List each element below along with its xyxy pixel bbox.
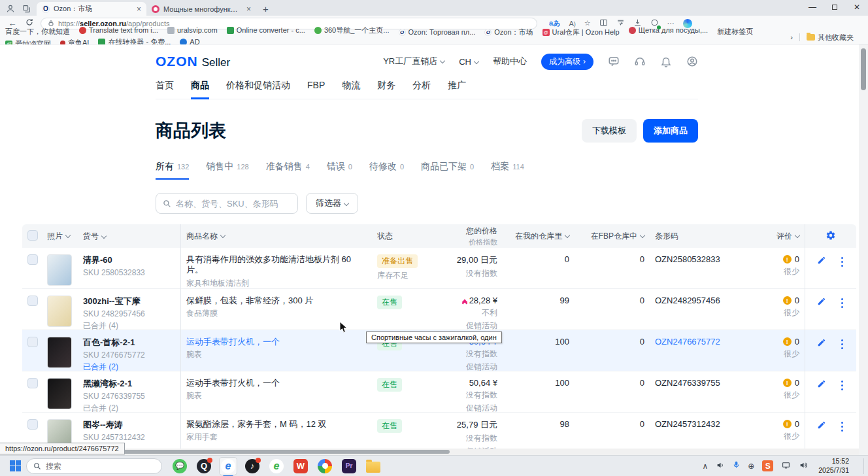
support-headset-icon[interactable] bbox=[634, 56, 646, 67]
add-product-button[interactable]: 添加商品 bbox=[643, 119, 698, 143]
product-search-input[interactable] bbox=[176, 199, 280, 209]
filter-tab[interactable]: 销售中128 bbox=[206, 161, 248, 180]
product-image[interactable] bbox=[47, 254, 72, 286]
filter-tab[interactable]: 错误0 bbox=[327, 161, 352, 180]
sogou-input-icon[interactable]: S bbox=[762, 460, 773, 471]
nav-tab-2[interactable]: 价格和促销活动 bbox=[226, 77, 290, 99]
product-image[interactable] bbox=[47, 378, 72, 409]
row-menu-button[interactable] bbox=[840, 420, 844, 433]
barcode[interactable]: OZN2476675772 bbox=[650, 330, 731, 373]
article-code[interactable]: 图岑--寿涛 bbox=[83, 419, 175, 431]
speaker-icon[interactable] bbox=[799, 460, 808, 472]
bookmark-item[interactable]: Online converter - c... bbox=[227, 26, 305, 34]
col-article[interactable]: 货号 bbox=[83, 231, 99, 242]
bookmark-item[interactable]: Translate text from i... bbox=[79, 26, 158, 34]
row-menu-button[interactable] bbox=[840, 379, 844, 392]
microphone-icon[interactable] bbox=[733, 460, 740, 472]
nav-tab-4[interactable]: 物流 bbox=[342, 77, 360, 99]
product-name[interactable]: 运动手表带打火机，一个 bbox=[186, 378, 367, 388]
row-checkbox[interactable] bbox=[27, 378, 38, 388]
edit-button[interactable] bbox=[817, 297, 826, 308]
edit-button[interactable] bbox=[817, 420, 826, 432]
taskbar-app-file-explorer-icon[interactable] bbox=[365, 458, 382, 475]
help-center-link[interactable]: 帮助中心 bbox=[493, 56, 527, 67]
edit-button[interactable] bbox=[817, 256, 826, 267]
bookmark-item[interactable]: 百度一下，你就知道 bbox=[5, 27, 70, 37]
screen-clip-icon[interactable]: ⊕ bbox=[748, 462, 754, 471]
select-all-checkbox[interactable] bbox=[27, 230, 38, 241]
article-code[interactable]: 清界-60 bbox=[83, 254, 175, 266]
nav-tab-7[interactable]: 推广 bbox=[448, 77, 466, 99]
notifications-bell-icon[interactable] bbox=[660, 56, 672, 67]
col-name[interactable]: 商品名称 bbox=[186, 231, 218, 241]
filter-tab[interactable]: 所有132 bbox=[156, 161, 189, 180]
article-code[interactable]: 300zhi--宝下摩 bbox=[83, 296, 175, 307]
article-code[interactable]: 百色-首标-2-1 bbox=[83, 337, 175, 348]
bookmark-item[interactable]: 360导航_一个主页... bbox=[314, 26, 390, 35]
table-row[interactable]: 清界-60SKU 2580532833具有消毒作用的强效多功能清洁地板片剂 60… bbox=[22, 248, 856, 289]
table-row[interactable]: 300zhi--宝下摩SKU 2482957456已合并 (4)保鲜膜，包装，非… bbox=[22, 289, 856, 330]
taskbar-search[interactable] bbox=[26, 458, 162, 474]
tab-close-icon[interactable]: × bbox=[245, 5, 252, 14]
table-settings-gear-icon[interactable] bbox=[826, 230, 836, 243]
col-my-warehouse[interactable]: 在我的仓库里 bbox=[515, 231, 562, 241]
browser-profile-icon[interactable] bbox=[5, 3, 16, 14]
nav-tab-6[interactable]: 分析 bbox=[412, 77, 431, 99]
filter-tab[interactable]: 准备销售4 bbox=[266, 161, 310, 180]
edit-button[interactable] bbox=[817, 379, 826, 390]
tab-close-icon[interactable]: × bbox=[135, 5, 142, 14]
product-image[interactable] bbox=[47, 337, 72, 368]
row-menu-button[interactable] bbox=[840, 297, 844, 309]
table-row[interactable]: 黑濑湾标-2-1SKU 2476339755已合并 (2)运动手表带打火机，一个… bbox=[22, 371, 856, 413]
ozon-seller-logo[interactable]: OZONSeller bbox=[156, 54, 230, 69]
row-menu-button[interactable] bbox=[840, 256, 844, 268]
window-close-icon[interactable]: ✕ bbox=[846, 0, 868, 14]
product-image[interactable] bbox=[47, 296, 72, 327]
download-template-button[interactable]: 下载模板 bbox=[582, 119, 637, 143]
product-name[interactable]: 运动手表带打火机，一个 bbox=[186, 337, 367, 347]
table-row[interactable]: 图岑--寿涛SKU 2457312432已合并 (3)聚氨酯涂层，家务手套，M … bbox=[22, 413, 856, 454]
show-desktop-divider[interactable] bbox=[863, 458, 864, 474]
taskbar-app-music-icon[interactable]: ♪ bbox=[244, 458, 261, 475]
nav-tab-3[interactable]: FBP bbox=[307, 77, 325, 99]
article-code[interactable]: 黑濑湾标-2-1 bbox=[83, 378, 175, 390]
chat-icon[interactable] bbox=[608, 56, 620, 67]
row-checkbox[interactable] bbox=[27, 419, 38, 430]
tray-expand-icon[interactable]: ∧ bbox=[702, 462, 708, 471]
store-selector[interactable]: YR工厂直销店 bbox=[383, 56, 444, 67]
search-box[interactable] bbox=[156, 193, 298, 214]
bookmark-item[interactable]: OOzon：市场 bbox=[484, 27, 533, 37]
product-name[interactable]: 保鲜膜，包装，非常经济，300 片 bbox=[186, 296, 367, 306]
bookmark-item[interactable]: OOzon: Торговая пл... bbox=[399, 28, 476, 36]
row-menu-button[interactable] bbox=[840, 338, 844, 350]
product-name[interactable]: 聚氨酯涂层，家务手套，M 码，12 双 bbox=[186, 419, 367, 430]
nav-tab-1[interactable]: 商品 bbox=[191, 77, 209, 99]
cast-display-icon[interactable] bbox=[781, 460, 791, 472]
row-checkbox[interactable] bbox=[27, 296, 38, 306]
account-icon[interactable] bbox=[686, 56, 698, 67]
bookmark-item[interactable]: uralsvip.com bbox=[167, 26, 218, 34]
col-photo[interactable]: 照片 bbox=[47, 231, 63, 241]
nav-tab-5[interactable]: 财务 bbox=[377, 77, 395, 99]
product-name[interactable]: 具有消毒作用的强效多功能清洁地板片剂 60 片。 bbox=[186, 254, 367, 276]
horizontal-scrollbar[interactable] bbox=[0, 449, 859, 455]
other-bookmarks-folder[interactable]: 其他收藏夹 bbox=[807, 33, 854, 42]
filters-button[interactable]: 筛选器 bbox=[306, 193, 358, 214]
row-checkbox[interactable] bbox=[27, 337, 38, 347]
browser-tab[interactable]: OOzon：市场× bbox=[37, 2, 146, 16]
filter-tab[interactable]: 商品已下架0 bbox=[421, 161, 474, 180]
browser-tab[interactable]: Мощные многофункциональнь× bbox=[146, 2, 256, 16]
taskbar-app-qq-icon[interactable]: Q bbox=[195, 458, 212, 475]
col-fbp-warehouse[interactable]: 在FBP仓库中 bbox=[591, 231, 637, 241]
bookmarks-overflow-icon[interactable]: › bbox=[790, 33, 793, 41]
vertical-scrollbar[interactable] bbox=[859, 44, 868, 455]
col-rating[interactable]: 评价 bbox=[776, 231, 792, 241]
taskbar-app-ie-browser-icon[interactable]: e bbox=[268, 458, 285, 475]
edit-button[interactable] bbox=[817, 338, 826, 349]
workspaces-icon[interactable] bbox=[21, 3, 31, 14]
taskbar-app-browser-360-icon[interactable] bbox=[316, 458, 333, 475]
nav-tab-0[interactable]: 首页 bbox=[156, 77, 174, 99]
taskbar-app-wechat-icon[interactable]: 💬 bbox=[171, 458, 188, 475]
vertical-scrollbar-thumb[interactable] bbox=[861, 48, 866, 90]
filter-tab[interactable]: 档案114 bbox=[491, 161, 524, 180]
